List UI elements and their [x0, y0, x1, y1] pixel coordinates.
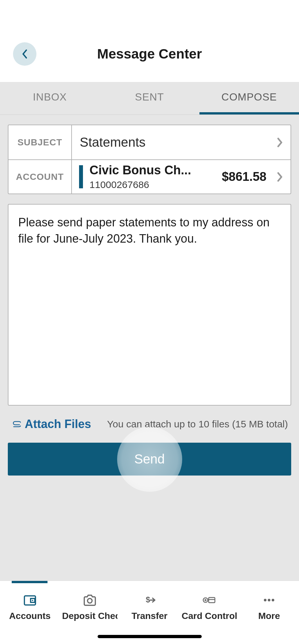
chevron-left-icon — [22, 49, 28, 59]
subject-selector[interactable]: Statements — [72, 125, 291, 159]
attach-row: Attach Files You can attach up to 10 fil… — [8, 406, 291, 443]
subject-value: Statements — [80, 135, 145, 150]
home-indicator[interactable] — [98, 635, 202, 638]
svg-point-2 — [32, 600, 33, 601]
message-body-input[interactable] — [8, 204, 291, 406]
subject-row: SUBJECT Statements — [8, 125, 291, 159]
svg-point-10 — [264, 599, 266, 601]
nav-deposit-label: Deposit Chec — [62, 611, 117, 621]
form-group: SUBJECT Statements ACCOUNT Civic Bonus C… — [8, 125, 291, 194]
nav-deposit-check[interactable]: Deposit Chec — [60, 587, 120, 621]
account-balance: $861.58 — [222, 170, 266, 184]
spacer — [8, 476, 291, 581]
svg-rect-8 — [209, 597, 215, 603]
tab-sent[interactable]: SENT — [100, 82, 199, 114]
card-controls-icon — [202, 594, 216, 606]
paperclip-icon — [11, 421, 21, 428]
account-name: Civic Bonus Ch... — [89, 163, 222, 177]
chevron-right-icon — [277, 172, 283, 182]
account-label: ACCOUNT — [8, 160, 72, 194]
wallet-icon — [23, 594, 37, 606]
svg-point-12 — [272, 599, 274, 601]
camera-icon — [83, 594, 97, 606]
account-accent-bar — [79, 165, 83, 188]
svg-text:$: $ — [146, 595, 150, 604]
back-button[interactable] — [13, 42, 36, 66]
svg-point-3 — [88, 598, 92, 603]
more-icon — [262, 594, 276, 606]
bottom-nav: Accounts Deposit Chec $ Transfer — [0, 581, 299, 644]
transfer-icon: $ — [143, 594, 156, 606]
tabs-bar: INBOX SENT COMPOSE — [0, 82, 299, 115]
chevron-right-icon — [277, 138, 283, 147]
account-row: ACCOUNT Civic Bonus Ch... 11000267686 $8… — [8, 159, 291, 194]
account-details: Civic Bonus Ch... 11000267686 — [89, 163, 222, 190]
nav-transfer-label: Transfer — [131, 611, 168, 621]
nav-more-label: More — [258, 611, 280, 621]
page-title: Message Center — [97, 46, 202, 62]
nav-card-controls[interactable]: Card Control — [179, 587, 239, 621]
account-number: 11000267686 — [89, 179, 222, 190]
send-button[interactable]: Send — [8, 443, 291, 476]
attach-files-button[interactable]: Attach Files — [11, 417, 91, 431]
compose-content: SUBJECT Statements ACCOUNT Civic Bonus C… — [0, 115, 299, 581]
send-button-label: Send — [134, 452, 165, 466]
attach-files-label: Attach Files — [25, 417, 91, 431]
nav-more[interactable]: More — [239, 587, 299, 621]
nav-accounts-label: Accounts — [9, 611, 51, 621]
tab-compose[interactable]: COMPOSE — [199, 82, 299, 114]
nav-active-indicator — [12, 581, 48, 583]
svg-rect-0 — [24, 596, 35, 605]
nav-card-label: Card Control — [182, 611, 237, 621]
tab-inbox[interactable]: INBOX — [0, 82, 100, 114]
nav-transfer[interactable]: $ Transfer — [120, 587, 180, 621]
nav-accounts[interactable]: Accounts — [0, 587, 60, 621]
attach-hint: You can attach up to 10 files (15 MB tot… — [107, 419, 288, 430]
subject-label: SUBJECT — [8, 125, 72, 159]
svg-point-11 — [268, 599, 270, 601]
header-bar: Message Center — [0, 0, 299, 82]
account-selector[interactable]: Civic Bonus Ch... 11000267686 $861.58 — [72, 160, 291, 194]
